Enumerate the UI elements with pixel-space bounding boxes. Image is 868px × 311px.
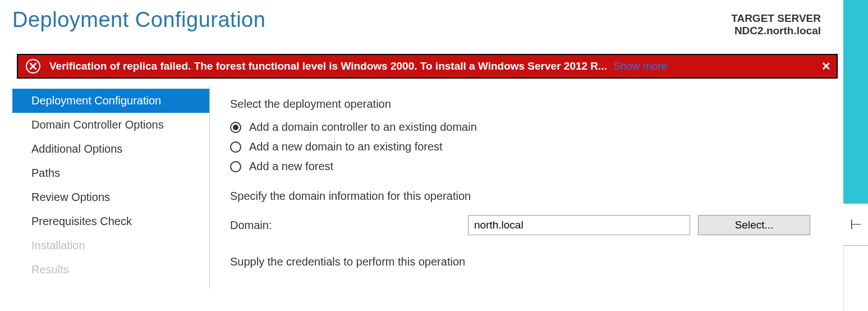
sidebar-item-deployment-configuration[interactable]: Deployment Configuration xyxy=(12,89,209,113)
error-icon xyxy=(26,59,40,74)
page-title: Deployment Configuration xyxy=(12,8,265,32)
sidebar-item-domain-controller-options[interactable]: Domain Controller Options xyxy=(12,113,209,137)
radio-label: Add a new domain to an existing forest xyxy=(249,140,443,153)
right-panel-accent xyxy=(843,0,868,203)
radio-add-dc-existing-domain[interactable]: Add a domain controller to an existing d… xyxy=(230,121,821,134)
right-panel-body xyxy=(843,246,868,311)
target-server-block: TARGET SERVER NDC2.north.local xyxy=(731,8,821,37)
right-panel-handle[interactable]: ⊢ xyxy=(843,203,868,246)
radio-add-domain-existing-forest[interactable]: Add a new domain to an existing forest xyxy=(230,140,821,153)
wizard-sidebar: Deployment Configuration Domain Controll… xyxy=(12,86,210,289)
sidebar-item-review-options[interactable]: Review Options xyxy=(12,185,209,209)
target-server-name: NDC2.north.local xyxy=(731,25,821,37)
radio-icon[interactable] xyxy=(230,141,241,153)
select-operation-label: Select the deployment operation xyxy=(230,98,821,111)
sidebar-item-paths[interactable]: Paths xyxy=(12,161,209,185)
sidebar-item-results: Results xyxy=(12,258,209,282)
select-domain-button[interactable]: Select... xyxy=(698,215,810,235)
radio-icon[interactable] xyxy=(230,161,241,172)
credentials-label: Supply the credentials to perform this o… xyxy=(230,255,821,268)
radio-add-new-forest[interactable]: Add a new forest xyxy=(230,160,821,173)
specify-domain-label: Specify the domain information for this … xyxy=(230,190,821,203)
radio-label: Add a domain controller to an existing d… xyxy=(249,121,477,134)
close-icon[interactable]: ✕ xyxy=(821,60,831,73)
target-server-label: TARGET SERVER xyxy=(731,12,821,25)
right-docked-panel: ⊢ xyxy=(843,0,868,311)
radio-icon[interactable] xyxy=(230,122,241,133)
domain-input[interactable] xyxy=(468,215,690,235)
sidebar-item-additional-options[interactable]: Additional Options xyxy=(12,137,209,161)
content-panel: Select the deployment operation Add a do… xyxy=(210,86,843,289)
error-message: Verification of replica failed. The fore… xyxy=(49,60,810,72)
sidebar-item-installation: Installation xyxy=(12,234,209,258)
show-more-link[interactable]: Show more xyxy=(613,60,667,72)
radio-label: Add a new forest xyxy=(249,160,333,173)
domain-field-label: Domain: xyxy=(230,219,468,232)
sidebar-item-prerequisites-check[interactable]: Prerequisites Check xyxy=(12,209,209,234)
error-banner: Verification of replica failed. The fore… xyxy=(17,54,838,79)
